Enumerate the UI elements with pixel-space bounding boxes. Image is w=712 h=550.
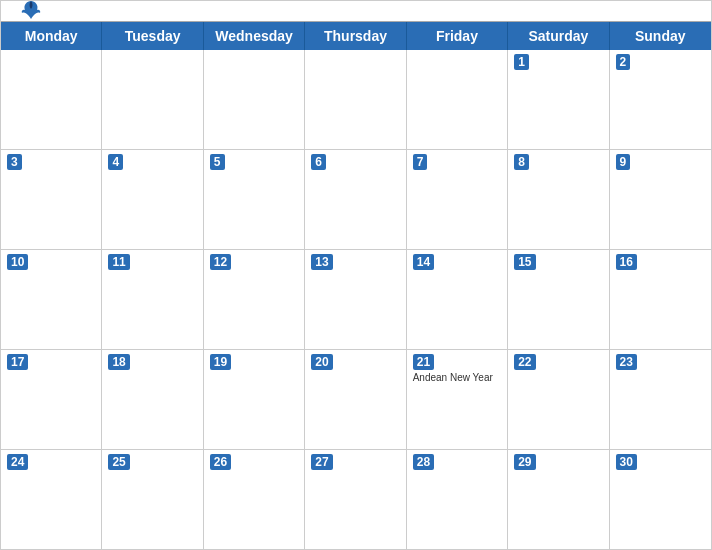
day-cell: 11 [102,250,203,349]
day-header-tuesday: Tuesday [102,22,203,50]
day-number: 19 [210,354,231,370]
day-number: 1 [514,54,529,70]
day-cell: 28 [407,450,508,549]
day-cell [305,50,406,149]
day-number: 12 [210,254,231,270]
day-header-monday: Monday [1,22,102,50]
day-cell: 1 [508,50,609,149]
day-cell: 16 [610,250,711,349]
day-cell: 4 [102,150,203,249]
day-number: 2 [616,54,631,70]
calendar-wrapper: MondayTuesdayWednesdayThursdayFridaySatu… [0,0,712,550]
day-number: 6 [311,154,326,170]
day-cell [407,50,508,149]
day-header-thursday: Thursday [305,22,406,50]
day-cell: 19 [204,350,305,449]
day-cell: 24 [1,450,102,549]
day-number: 13 [311,254,332,270]
week-row-3: 10111213141516 [1,250,711,350]
week-row-2: 3456789 [1,150,711,250]
day-number: 9 [616,154,631,170]
day-cell: 14 [407,250,508,349]
day-header-friday: Friday [407,22,508,50]
day-cell: 15 [508,250,609,349]
day-cell: 7 [407,150,508,249]
calendar-header [1,1,711,21]
day-cell: 18 [102,350,203,449]
day-cell: 2 [610,50,711,149]
day-cell: 29 [508,450,609,549]
day-number: 23 [616,354,637,370]
day-cell: 26 [204,450,305,549]
day-number: 20 [311,354,332,370]
day-number: 11 [108,254,129,270]
day-header-wednesday: Wednesday [204,22,305,50]
day-number: 8 [514,154,529,170]
day-cell [204,50,305,149]
day-number: 29 [514,454,535,470]
day-number: 27 [311,454,332,470]
day-cell: 22 [508,350,609,449]
logo-bird-icon [17,0,45,25]
calendar-grid: MondayTuesdayWednesdayThursdayFridaySatu… [1,21,711,549]
day-number: 7 [413,154,428,170]
day-cell: 27 [305,450,406,549]
day-number: 4 [108,154,123,170]
day-cell: 9 [610,150,711,249]
day-number: 16 [616,254,637,270]
day-cell: 5 [204,150,305,249]
day-number: 3 [7,154,22,170]
day-number: 25 [108,454,129,470]
day-cell: 3 [1,150,102,249]
day-cell: 6 [305,150,406,249]
day-number: 17 [7,354,28,370]
day-cell: 13 [305,250,406,349]
day-number: 24 [7,454,28,470]
day-number: 21 [413,354,434,370]
day-number: 22 [514,354,535,370]
week-row-1: 12 [1,50,711,150]
week-row-4: 1718192021Andean New Year2223 [1,350,711,450]
day-cell: 21Andean New Year [407,350,508,449]
day-cell: 8 [508,150,609,249]
day-number: 26 [210,454,231,470]
day-number: 14 [413,254,434,270]
day-number: 15 [514,254,535,270]
day-number: 5 [210,154,225,170]
day-cell: 20 [305,350,406,449]
day-number: 18 [108,354,129,370]
day-cell: 17 [1,350,102,449]
day-header-sunday: Sunday [610,22,711,50]
day-number: 30 [616,454,637,470]
day-cell: 10 [1,250,102,349]
logo [17,0,49,25]
day-cell: 23 [610,350,711,449]
day-cell: 30 [610,450,711,549]
day-cell: 25 [102,450,203,549]
day-cell [102,50,203,149]
day-header-saturday: Saturday [508,22,609,50]
day-number: 28 [413,454,434,470]
event-label: Andean New Year [413,372,501,383]
week-row-5: 24252627282930 [1,450,711,549]
day-number: 10 [7,254,28,270]
day-cell [1,50,102,149]
day-cell: 12 [204,250,305,349]
day-headers-row: MondayTuesdayWednesdayThursdayFridaySatu… [1,22,711,50]
weeks-container: 123456789101112131415161718192021Andean … [1,50,711,549]
